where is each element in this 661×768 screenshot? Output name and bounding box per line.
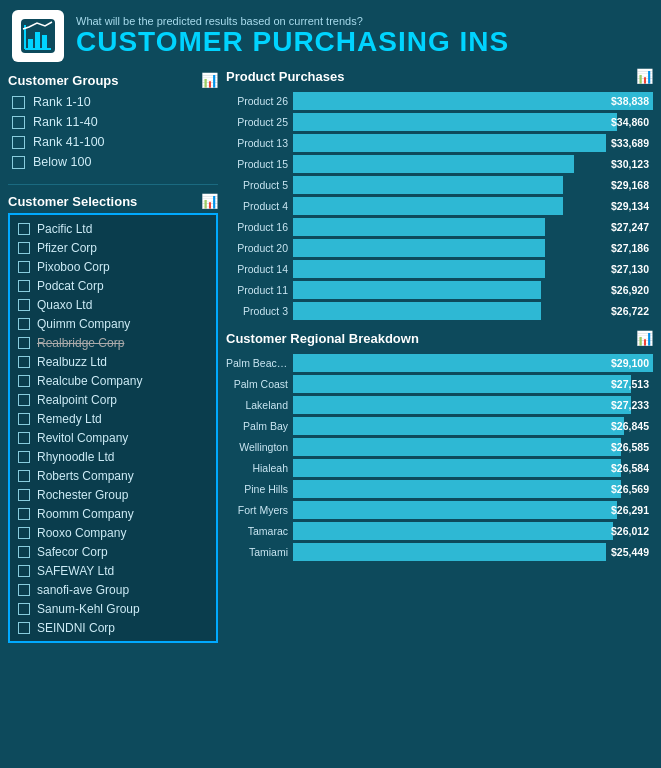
customer-label: SAFEWAY Ltd <box>37 564 114 578</box>
list-item[interactable]: SAFEWAY Ltd <box>14 561 212 580</box>
group-item[interactable]: Rank 11-40 <box>8 112 218 132</box>
bar-label: Product 3 <box>226 305 288 317</box>
bar-value: $26,584 <box>611 462 649 474</box>
list-item[interactable]: sanofi-ave Group <box>14 580 212 599</box>
list-item[interactable]: Rhynoodle Ltd <box>14 447 212 466</box>
checkbox[interactable] <box>18 299 30 311</box>
list-item[interactable]: Quaxo Ltd <box>14 295 212 314</box>
checkbox[interactable] <box>18 356 30 368</box>
bar-track: $29,134 <box>293 197 653 215</box>
checkbox[interactable] <box>12 96 25 109</box>
bar-value: $38,838 <box>611 95 649 107</box>
list-item[interactable]: Sanum-Kehl Group <box>14 599 212 618</box>
bar-label: Product 13 <box>226 137 288 149</box>
checkbox[interactable] <box>18 280 30 292</box>
bar-row: Palm Beach G... $29,100 <box>226 354 653 372</box>
bar-value: $26,291 <box>611 504 649 516</box>
bar-fill <box>293 92 653 110</box>
bar-value: $26,845 <box>611 420 649 432</box>
header-subtitle: What will be the predicted results based… <box>76 15 509 27</box>
bar-value: $26,569 <box>611 483 649 495</box>
product-chart-icon[interactable]: 📊 <box>636 68 653 84</box>
bar-fill <box>293 396 631 414</box>
customer-label: SEINDNI Corp <box>37 621 115 635</box>
list-item[interactable]: Realpoint Corp <box>14 390 212 409</box>
customer-label: Realbridge Corp <box>37 336 124 350</box>
bar-row: Palm Coast $27,513 <box>226 375 653 393</box>
list-item[interactable]: Rochester Group <box>14 485 212 504</box>
checkbox[interactable] <box>18 489 30 501</box>
checkbox[interactable] <box>18 565 30 577</box>
bar-row: Product 3 $26,722 <box>226 302 653 320</box>
list-item[interactable]: Realbridge Corp <box>14 333 212 352</box>
list-item[interactable]: Quimm Company <box>14 314 212 333</box>
right-panel: Product Purchases 📊 Product 26 $38,838 P… <box>226 68 653 643</box>
regional-chart-icon[interactable]: 📊 <box>636 330 653 346</box>
bar-track: $38,838 <box>293 92 653 110</box>
group-item[interactable]: Rank 41-100 <box>8 132 218 152</box>
list-item[interactable]: Podcat Corp <box>14 276 212 295</box>
checkbox[interactable] <box>18 603 30 615</box>
selections-box[interactable]: Pacific LtdPfizer CorpPixoboo CorpPodcat… <box>8 213 218 643</box>
divider <box>8 184 218 185</box>
list-item[interactable]: Rooxo Company <box>14 523 212 542</box>
list-item[interactable]: Realcube Company <box>14 371 212 390</box>
checkbox[interactable] <box>18 451 30 463</box>
list-item[interactable]: Pfizer Corp <box>14 238 212 257</box>
checkbox[interactable] <box>18 261 30 273</box>
list-item[interactable]: Roberts Company <box>14 466 212 485</box>
checkbox[interactable] <box>18 394 30 406</box>
checkbox[interactable] <box>12 136 25 149</box>
group-item[interactable]: Below 100 <box>8 152 218 172</box>
customer-label: Quimm Company <box>37 317 130 331</box>
bar-label: Product 14 <box>226 263 288 275</box>
list-item[interactable]: Realbuzz Ltd <box>14 352 212 371</box>
bar-fill <box>293 417 624 435</box>
customer-label: Pfizer Corp <box>37 241 97 255</box>
list-item[interactable]: Pixoboo Corp <box>14 257 212 276</box>
bar-track: $26,584 <box>293 459 653 477</box>
customer-label: Revitol Company <box>37 431 128 445</box>
checkbox[interactable] <box>18 432 30 444</box>
checkbox[interactable] <box>18 546 30 558</box>
checkbox[interactable] <box>18 508 30 520</box>
checkbox[interactable] <box>12 116 25 129</box>
group-item[interactable]: Rank 1-10 <box>8 92 218 112</box>
checkbox[interactable] <box>18 223 30 235</box>
bar-value: $25,449 <box>611 546 649 558</box>
checkbox[interactable] <box>18 375 30 387</box>
bar-row: Lakeland $27,233 <box>226 396 653 414</box>
checkbox[interactable] <box>18 413 30 425</box>
checkbox[interactable] <box>18 622 30 634</box>
checkbox[interactable] <box>18 527 30 539</box>
bar-fill <box>293 543 606 561</box>
list-item[interactable]: SEINDNI Corp <box>14 618 212 637</box>
selections-chart-icon[interactable]: 📊 <box>201 193 218 209</box>
bar-row: Product 13 $33,689 <box>226 134 653 152</box>
bar-fill <box>293 501 617 519</box>
bar-value: $27,233 <box>611 399 649 411</box>
bar-value: $27,513 <box>611 378 649 390</box>
checkbox[interactable] <box>12 156 25 169</box>
checkbox[interactable] <box>18 337 30 349</box>
list-item[interactable]: Roomm Company <box>14 504 212 523</box>
bar-label: Lakeland <box>226 399 288 411</box>
checkbox[interactable] <box>18 584 30 596</box>
bar-label: Wellington <box>226 441 288 453</box>
groups-chart-icon[interactable]: 📊 <box>201 72 218 88</box>
checkbox[interactable] <box>18 318 30 330</box>
bar-value: $26,585 <box>611 441 649 453</box>
bar-label: Palm Beach G... <box>226 357 288 369</box>
bar-track: $30,123 <box>293 155 653 173</box>
checkbox[interactable] <box>18 242 30 254</box>
list-item[interactable]: Revitol Company <box>14 428 212 447</box>
list-item[interactable]: Pacific Ltd <box>14 219 212 238</box>
bar-value: $29,100 <box>611 357 649 369</box>
list-item[interactable]: Remedy Ltd <box>14 409 212 428</box>
header-title: CUSTOMER PURCHASING INS <box>76 27 509 58</box>
checkbox[interactable] <box>18 470 30 482</box>
list-item[interactable]: Safecor Corp <box>14 542 212 561</box>
bar-label: Product 25 <box>226 116 288 128</box>
customer-groups-section: Customer Groups 📊 Rank 1-10Rank 11-40Ran… <box>8 68 218 176</box>
customer-label: Pacific Ltd <box>37 222 92 236</box>
